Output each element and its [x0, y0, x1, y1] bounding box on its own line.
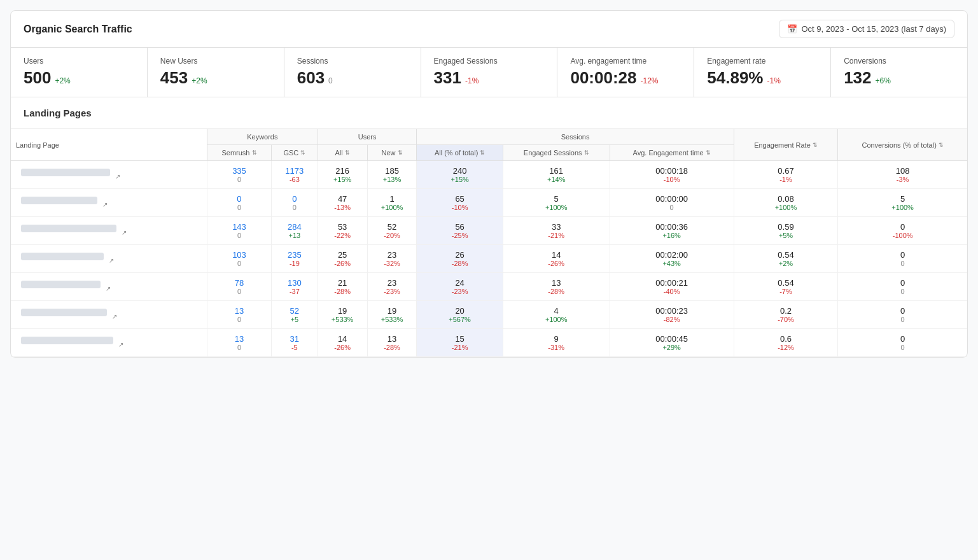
semrush-cell: 13 0 — [207, 301, 271, 329]
gsc-value[interactable]: 130 — [278, 278, 311, 288]
external-link-icon[interactable]: ↗ — [122, 229, 127, 236]
semrush-value[interactable]: 143 — [214, 222, 265, 232]
engagement-rate-cell: 0.6 -12% — [734, 329, 838, 357]
gsc-cell: 31 -5 — [271, 329, 318, 357]
gsc-value[interactable]: 0 — [278, 194, 311, 204]
sessions-all-cell: 24 -23% — [417, 273, 503, 301]
sessions-all-value: 240 — [423, 166, 496, 176]
engagement-rate-cell: 0.08 +100% — [734, 189, 838, 217]
engagement-rate-value: 0.67 — [741, 166, 832, 176]
landing-page-blur — [21, 225, 116, 232]
conversions-sub: 0 — [844, 288, 961, 295]
external-link-icon[interactable]: ↗ — [112, 313, 117, 320]
gsc-sub: -63 — [278, 176, 311, 183]
external-link-icon[interactable]: ↗ — [109, 257, 114, 264]
stat-value: 00:00:28 — [570, 68, 636, 88]
gsc-value[interactable]: 1173 — [278, 166, 311, 176]
engagement-rate-sub: -70% — [741, 316, 832, 323]
users-new-value: 185 — [374, 166, 410, 176]
sort-icon: ⇅ — [939, 142, 944, 148]
sort-icon: ⇅ — [584, 150, 589, 156]
sessions-all-value: 65 — [423, 194, 496, 204]
semrush-sub: 0 — [214, 204, 265, 211]
engaged-sessions-value: 9 — [510, 334, 603, 344]
landing-page-cell: ↗ — [11, 161, 207, 189]
engaged-sessions-sub: +100% — [510, 204, 603, 211]
engaged-sessions-sub: -26% — [510, 260, 603, 267]
sessions-all-sub: -10% — [423, 204, 496, 211]
semrush-cell: 103 0 — [207, 245, 271, 273]
semrush-value[interactable]: 335 — [214, 166, 265, 176]
semrush-value[interactable]: 13 — [214, 334, 265, 344]
conversions-value: 0 — [844, 334, 961, 344]
stat-label: New Users — [160, 57, 271, 66]
avg-engagement-value: 00:00:45 — [617, 334, 727, 344]
users-new-sub: -28% — [374, 344, 410, 351]
sort-icon: ⇅ — [252, 150, 257, 156]
table-row: ↗ 13 0 52 +5 19 +533% 19 +533% 20 +567% — [11, 301, 967, 329]
col-engagement-rate-header: Engagement Rate ⇅ — [734, 129, 838, 161]
sessions-all-cell: 20 +567% — [417, 301, 503, 329]
semrush-value[interactable]: 78 — [214, 278, 265, 288]
date-range-picker[interactable]: 📅 Oct 9, 2023 - Oct 15, 2023 (last 7 day… — [779, 20, 954, 38]
engaged-sessions-value: 5 — [510, 194, 603, 204]
sessions-all-sub: -25% — [423, 232, 496, 239]
semrush-value[interactable]: 103 — [214, 250, 265, 260]
gsc-value[interactable]: 52 — [278, 306, 311, 316]
engagement-rate-value: 0.59 — [741, 222, 832, 232]
stat-change: +2% — [192, 76, 207, 85]
sessions-all-value: 26 — [423, 250, 496, 260]
landing-page-cell: ↗ — [11, 245, 207, 273]
external-link-icon[interactable]: ↗ — [102, 201, 108, 208]
gsc-value[interactable]: 31 — [278, 334, 311, 344]
semrush-sub: 0 — [214, 344, 265, 351]
col-avg-engagement: Avg. Engagement time ⇅ — [610, 145, 734, 161]
gsc-value[interactable]: 284 — [278, 222, 311, 232]
external-link-icon[interactable]: ↗ — [118, 341, 123, 348]
landing-page-blur — [21, 197, 97, 204]
users-all-sub: -26% — [325, 344, 361, 351]
users-new-sub: -23% — [374, 288, 410, 295]
sessions-all-sub: -21% — [423, 344, 496, 351]
stat-conversions: Conversions 132 +6% — [831, 48, 967, 97]
engaged-sessions-cell: 9 -31% — [503, 329, 610, 357]
semrush-value[interactable]: 13 — [214, 306, 265, 316]
stat-change: -1% — [465, 76, 479, 85]
users-new-value: 13 — [374, 334, 410, 344]
gsc-value[interactable]: 235 — [278, 250, 311, 260]
landing-pages-table: Landing Page Keywords Users Sessions Eng… — [11, 129, 967, 357]
sort-icon: ⇅ — [300, 150, 305, 156]
col-landing-page: Landing Page — [11, 129, 207, 161]
stat-change: 0 — [328, 76, 333, 85]
col-semrush: Semrush ⇅ — [207, 145, 271, 161]
conversions-sub: 0 — [844, 260, 961, 267]
engagement-rate-sub: +2% — [741, 260, 832, 267]
users-new-cell: 185 +13% — [367, 161, 417, 189]
semrush-sub: 0 — [214, 288, 265, 295]
landing-page-blur — [21, 169, 110, 176]
engagement-rate-cell: 0.54 +2% — [734, 245, 838, 273]
landing-page-blur — [21, 253, 104, 260]
stat-change: -1% — [767, 76, 780, 85]
engagement-rate-sub: -7% — [741, 288, 832, 295]
external-link-icon[interactable]: ↗ — [106, 285, 111, 292]
landing-page-cell: ↗ — [11, 217, 207, 245]
users-all-sub: -13% — [325, 204, 361, 211]
users-all-cell: 25 -26% — [318, 245, 367, 273]
sessions-all-sub: +15% — [423, 176, 496, 183]
sessions-all-cell: 65 -10% — [417, 189, 503, 217]
users-all-value: 25 — [325, 250, 361, 260]
users-all-sub: -28% — [325, 288, 361, 295]
external-link-icon[interactable]: ↗ — [115, 173, 120, 180]
semrush-value[interactable]: 0 — [214, 194, 265, 204]
users-new-sub: +13% — [374, 176, 410, 183]
conversions-value: 0 — [844, 222, 961, 232]
engaged-sessions-cell: 33 -21% — [503, 217, 610, 245]
avg-engagement-sub: -82% — [617, 316, 727, 323]
users-new-value: 19 — [374, 306, 410, 316]
engaged-sessions-value: 161 — [510, 166, 603, 176]
sessions-all-value: 15 — [423, 334, 496, 344]
date-range-label: Oct 9, 2023 - Oct 15, 2023 (last 7 days) — [801, 24, 946, 34]
gsc-cell: 1173 -63 — [271, 161, 318, 189]
gsc-cell: 235 -19 — [271, 245, 318, 273]
